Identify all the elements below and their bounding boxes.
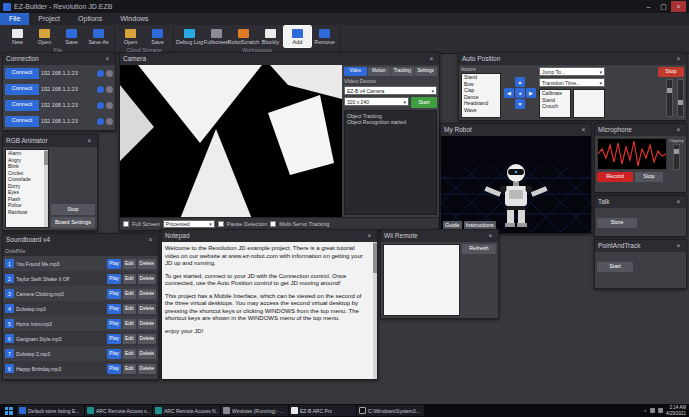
tab-project[interactable]: Project bbox=[29, 13, 69, 25]
frames-list[interactable]: Calibrate Stand Crouch bbox=[539, 89, 571, 118]
delete-button[interactable]: Delete bbox=[138, 334, 156, 344]
delete-button[interactable]: Delete bbox=[138, 364, 156, 374]
delete-button[interactable]: Delete bbox=[138, 259, 156, 269]
volume-icon[interactable] bbox=[658, 408, 663, 413]
roboscratch-button[interactable]: RoboScratch bbox=[230, 26, 257, 47]
cloud-open-button[interactable]: Open bbox=[117, 26, 144, 47]
gain-slider[interactable] bbox=[673, 144, 680, 170]
start-button[interactable] bbox=[1, 405, 16, 416]
close-button[interactable]: × bbox=[671, 1, 686, 12]
stop-center-icon[interactable]: ● bbox=[515, 88, 525, 98]
play-button[interactable]: Play bbox=[107, 319, 121, 329]
edit-button[interactable]: Edit bbox=[123, 319, 136, 329]
taskbar-item[interactable]: EZ-B ARC Pro bbox=[289, 405, 356, 416]
pause-detection-checkbox[interactable] bbox=[218, 221, 224, 227]
tab-video[interactable]: Video bbox=[344, 67, 367, 76]
edit-button[interactable]: Edit bbox=[123, 349, 136, 359]
notepad-textarea[interactable]: Welcome to the Revolution JD example pro… bbox=[162, 242, 377, 379]
video-device-select[interactable]: EZ-B v4 Camera ▾ bbox=[344, 86, 437, 95]
save-as-button[interactable]: Save As bbox=[85, 26, 112, 47]
cloud-save-button[interactable]: Save bbox=[144, 26, 171, 47]
edit-button[interactable]: Edit bbox=[123, 259, 136, 269]
delete-button[interactable]: Delete bbox=[138, 319, 156, 329]
scrollbar[interactable] bbox=[373, 242, 377, 379]
wifi-icon[interactable] bbox=[106, 118, 113, 125]
mic-stop-button[interactable]: Stop bbox=[635, 172, 663, 182]
stop-animation-button[interactable]: Stop bbox=[51, 204, 95, 215]
close-icon[interactable]: × bbox=[146, 234, 155, 246]
edit-button[interactable]: Edit bbox=[123, 289, 136, 299]
close-icon[interactable]: × bbox=[674, 240, 683, 252]
animation-list[interactable]: Alarm Angry Blink Circles Crossfade Dizz… bbox=[5, 149, 49, 228]
tab-windows[interactable]: Windows bbox=[111, 13, 157, 25]
wii-device-list[interactable] bbox=[383, 244, 460, 316]
delay-slider[interactable] bbox=[677, 79, 684, 117]
arrow-right-icon[interactable]: ▶ bbox=[526, 88, 536, 98]
connect-button[interactable]: Connect bbox=[5, 116, 39, 127]
close-icon[interactable]: × bbox=[365, 230, 374, 242]
edit-button[interactable]: Edit bbox=[123, 304, 136, 314]
frames-list-secondary[interactable] bbox=[573, 89, 605, 118]
tab-file[interactable]: File bbox=[0, 13, 29, 25]
edit-button[interactable]: Edit bbox=[123, 364, 136, 374]
remove-control-button[interactable]: Remove bbox=[311, 26, 338, 47]
refresh-button[interactable]: Refresh bbox=[462, 244, 496, 254]
connect-button[interactable]: Connect bbox=[5, 100, 39, 111]
play-button[interactable]: Play bbox=[107, 259, 121, 269]
fullscreen-checkbox[interactable] bbox=[123, 221, 129, 227]
connect-button[interactable]: Connect bbox=[5, 68, 39, 79]
close-icon[interactable]: × bbox=[674, 124, 683, 136]
tab-tracking[interactable]: Tracking bbox=[391, 67, 414, 76]
taskbar-item[interactable]: Windows (Running) - ... bbox=[221, 405, 288, 416]
close-icon[interactable]: × bbox=[579, 124, 588, 136]
taskbar-item[interactable]: Default store listing E... bbox=[17, 405, 84, 416]
delete-button[interactable]: Delete bbox=[138, 289, 156, 299]
close-icon[interactable]: × bbox=[486, 230, 495, 242]
minimize-button[interactable]: – bbox=[641, 1, 656, 12]
fullscreen-button[interactable]: Fullscreen bbox=[203, 26, 230, 47]
blockly-button[interactable]: Blockly bbox=[257, 26, 284, 47]
wifi-icon[interactable] bbox=[106, 102, 113, 109]
close-icon[interactable]: × bbox=[674, 53, 683, 65]
play-button[interactable]: Play bbox=[107, 304, 121, 314]
taskbar-item[interactable]: ARC Remote Access N... bbox=[153, 405, 220, 416]
play-button[interactable]: Play bbox=[107, 364, 121, 374]
edit-button[interactable]: Edit bbox=[123, 334, 136, 344]
new-project-button[interactable]: New bbox=[4, 26, 31, 47]
network-icon[interactable] bbox=[650, 408, 655, 413]
debug-log-button[interactable]: Debug Log bbox=[176, 26, 203, 47]
speed-slider[interactable] bbox=[666, 79, 673, 117]
open-project-button[interactable]: Open bbox=[31, 26, 58, 47]
transition-time-select[interactable]: Transition Time... ▾ bbox=[539, 78, 605, 87]
delete-button[interactable]: Delete bbox=[138, 349, 156, 359]
processed-select[interactable]: Processed ▾ bbox=[163, 220, 215, 228]
list-item[interactable]: Crouch bbox=[540, 103, 570, 110]
camera-start-button[interactable]: Start bbox=[411, 97, 437, 108]
taskbar-item[interactable]: ARC Remote Access s... bbox=[85, 405, 152, 416]
arrow-up-icon[interactable]: ▲ bbox=[515, 77, 525, 87]
actions-list[interactable]: Stand Bow Clap Dance Headstand Wave bbox=[461, 73, 501, 118]
wifi-icon[interactable] bbox=[106, 86, 113, 93]
taskbar-clock[interactable]: 2:14 AM 4/29/2021 bbox=[666, 405, 686, 416]
delete-button[interactable]: Delete bbox=[138, 304, 156, 314]
board-settings-button[interactable]: Board Settings bbox=[51, 217, 95, 228]
auto-position-stop-button[interactable]: Stop bbox=[658, 67, 684, 77]
play-button[interactable]: Play bbox=[107, 289, 121, 299]
play-button[interactable]: Play bbox=[107, 349, 121, 359]
play-button[interactable]: Play bbox=[107, 274, 121, 284]
arrow-down-icon[interactable]: ▼ bbox=[515, 99, 525, 109]
play-button[interactable]: Play bbox=[107, 334, 121, 344]
list-item[interactable]: Wave bbox=[462, 107, 500, 114]
arrow-left-icon[interactable]: ◀ bbox=[504, 88, 514, 98]
save-project-button[interactable]: Save bbox=[58, 26, 85, 47]
taskbar-item[interactable]: C:\Windows\System3... bbox=[357, 405, 424, 416]
jump-to-select[interactable]: Jump To... ▾ bbox=[539, 67, 605, 76]
tab-options[interactable]: Options bbox=[69, 13, 111, 25]
multiservo-checkbox[interactable] bbox=[270, 221, 276, 227]
close-icon[interactable]: × bbox=[85, 135, 94, 147]
connect-button[interactable]: Connect bbox=[5, 84, 39, 95]
robot-3d-viewport[interactable]: Guide Instructions bbox=[441, 136, 591, 233]
list-item[interactable]: Rainbow bbox=[6, 209, 48, 216]
tab-settings[interactable]: Settings bbox=[415, 67, 438, 76]
tray-expand-icon[interactable]: ˄ bbox=[644, 408, 647, 414]
